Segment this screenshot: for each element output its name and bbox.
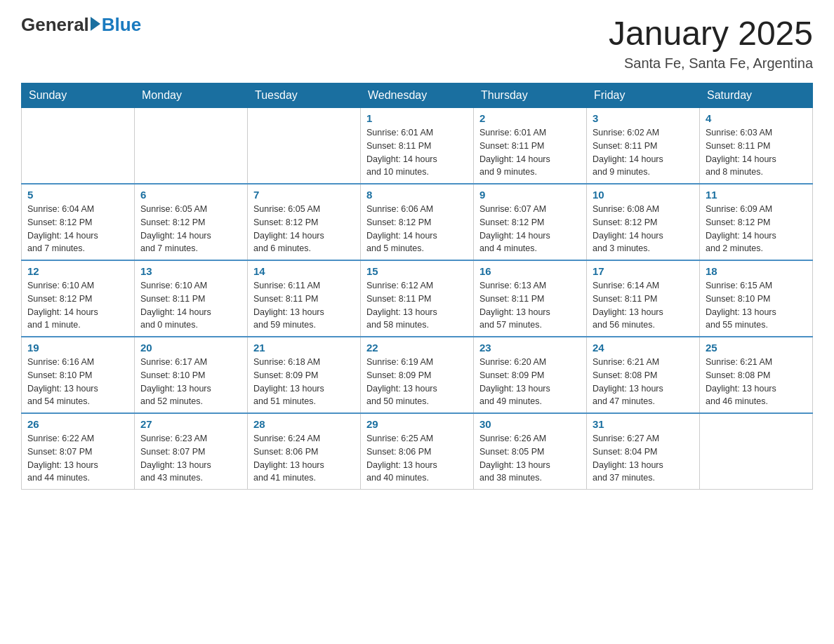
day-info: Sunrise: 6:22 AMSunset: 8:07 PMDaylight:… bbox=[27, 432, 128, 485]
calendar-cell: 28Sunrise: 6:24 AMSunset: 8:06 PMDayligh… bbox=[248, 413, 361, 490]
day-info: Sunrise: 6:10 AMSunset: 8:12 PMDaylight:… bbox=[27, 279, 128, 332]
calendar-cell: 30Sunrise: 6:26 AMSunset: 8:05 PMDayligh… bbox=[474, 413, 587, 490]
day-info: Sunrise: 6:14 AMSunset: 8:11 PMDaylight:… bbox=[593, 279, 694, 332]
calendar-cell: 6Sunrise: 6:05 AMSunset: 8:12 PMDaylight… bbox=[135, 184, 248, 260]
day-number: 16 bbox=[479, 265, 581, 277]
calendar-cell: 27Sunrise: 6:23 AMSunset: 8:07 PMDayligh… bbox=[135, 413, 248, 490]
calendar-cell: 21Sunrise: 6:18 AMSunset: 8:09 PMDayligh… bbox=[248, 337, 361, 413]
logo-blue-part: Blue bbox=[89, 14, 141, 36]
calendar-cell: 1Sunrise: 6:01 AMSunset: 8:11 PMDaylight… bbox=[361, 108, 474, 185]
day-info: Sunrise: 6:07 AMSunset: 8:12 PMDaylight:… bbox=[479, 203, 581, 255]
day-number: 2 bbox=[479, 112, 581, 124]
calendar-cell bbox=[700, 413, 813, 490]
calendar-cell: 7Sunrise: 6:05 AMSunset: 8:12 PMDaylight… bbox=[248, 184, 361, 260]
day-info: Sunrise: 6:12 AMSunset: 8:11 PMDaylight:… bbox=[366, 279, 468, 332]
day-info: Sunrise: 6:18 AMSunset: 8:09 PMDaylight:… bbox=[253, 356, 355, 408]
day-number: 23 bbox=[479, 342, 581, 354]
header-row: SundayMondayTuesdayWednesdayThursdayFrid… bbox=[22, 83, 813, 108]
calendar-cell: 17Sunrise: 6:14 AMSunset: 8:11 PMDayligh… bbox=[587, 260, 700, 337]
calendar-cell: 11Sunrise: 6:09 AMSunset: 8:12 PMDayligh… bbox=[700, 184, 813, 260]
day-info: Sunrise: 6:02 AMSunset: 8:11 PMDaylight:… bbox=[593, 126, 694, 179]
location-text: Santa Fe, Santa Fe, Argentina bbox=[609, 55, 813, 72]
day-number: 15 bbox=[366, 265, 468, 277]
calendar-cell bbox=[22, 108, 135, 185]
calendar-cell: 10Sunrise: 6:08 AMSunset: 8:12 PMDayligh… bbox=[587, 184, 700, 260]
day-number: 9 bbox=[479, 189, 581, 201]
week-row-2: 5Sunrise: 6:04 AMSunset: 8:12 PMDaylight… bbox=[22, 184, 813, 260]
week-row-5: 26Sunrise: 6:22 AMSunset: 8:07 PMDayligh… bbox=[22, 413, 813, 490]
day-info: Sunrise: 6:24 AMSunset: 8:06 PMDaylight:… bbox=[253, 432, 355, 485]
day-number: 24 bbox=[593, 342, 694, 354]
logo-blue-text: Blue bbox=[102, 14, 141, 36]
day-number: 26 bbox=[27, 418, 128, 430]
day-info: Sunrise: 6:01 AMSunset: 8:11 PMDaylight:… bbox=[366, 126, 468, 179]
day-info: Sunrise: 6:21 AMSunset: 8:08 PMDaylight:… bbox=[593, 356, 694, 408]
column-header-friday: Friday bbox=[587, 83, 700, 108]
day-number: 11 bbox=[706, 189, 807, 201]
calendar-cell: 2Sunrise: 6:01 AMSunset: 8:11 PMDaylight… bbox=[474, 108, 587, 185]
day-info: Sunrise: 6:04 AMSunset: 8:12 PMDaylight:… bbox=[27, 203, 128, 255]
column-header-tuesday: Tuesday bbox=[248, 83, 361, 108]
day-number: 17 bbox=[593, 265, 694, 277]
week-row-4: 19Sunrise: 6:16 AMSunset: 8:10 PMDayligh… bbox=[22, 337, 813, 413]
calendar-cell: 29Sunrise: 6:25 AMSunset: 8:06 PMDayligh… bbox=[361, 413, 474, 490]
calendar-cell: 3Sunrise: 6:02 AMSunset: 8:11 PMDaylight… bbox=[587, 108, 700, 185]
day-number: 27 bbox=[140, 418, 241, 430]
day-number: 31 bbox=[593, 418, 694, 430]
day-number: 19 bbox=[27, 342, 128, 354]
day-number: 25 bbox=[706, 342, 807, 354]
day-number: 21 bbox=[253, 342, 355, 354]
calendar-cell: 4Sunrise: 6:03 AMSunset: 8:11 PMDaylight… bbox=[700, 108, 813, 185]
calendar-cell: 5Sunrise: 6:04 AMSunset: 8:12 PMDaylight… bbox=[22, 184, 135, 260]
day-number: 4 bbox=[706, 112, 807, 124]
day-info: Sunrise: 6:05 AMSunset: 8:12 PMDaylight:… bbox=[140, 203, 241, 255]
calendar-cell: 9Sunrise: 6:07 AMSunset: 8:12 PMDaylight… bbox=[474, 184, 587, 260]
logo-general-text: General bbox=[21, 14, 89, 36]
month-title: January 2025 bbox=[609, 14, 813, 53]
day-info: Sunrise: 6:21 AMSunset: 8:08 PMDaylight:… bbox=[706, 356, 807, 408]
day-number: 29 bbox=[366, 418, 468, 430]
day-number: 5 bbox=[27, 189, 128, 201]
week-row-1: 1Sunrise: 6:01 AMSunset: 8:11 PMDaylight… bbox=[22, 108, 813, 185]
day-number: 30 bbox=[479, 418, 581, 430]
day-info: Sunrise: 6:15 AMSunset: 8:10 PMDaylight:… bbox=[706, 279, 807, 332]
day-number: 8 bbox=[366, 189, 468, 201]
day-info: Sunrise: 6:19 AMSunset: 8:09 PMDaylight:… bbox=[366, 356, 468, 408]
calendar-cell: 15Sunrise: 6:12 AMSunset: 8:11 PMDayligh… bbox=[361, 260, 474, 337]
day-info: Sunrise: 6:13 AMSunset: 8:11 PMDaylight:… bbox=[479, 279, 581, 332]
day-info: Sunrise: 6:26 AMSunset: 8:05 PMDaylight:… bbox=[479, 432, 581, 485]
calendar-cell: 22Sunrise: 6:19 AMSunset: 8:09 PMDayligh… bbox=[361, 337, 474, 413]
calendar-cell: 31Sunrise: 6:27 AMSunset: 8:04 PMDayligh… bbox=[587, 413, 700, 490]
day-info: Sunrise: 6:17 AMSunset: 8:10 PMDaylight:… bbox=[140, 356, 241, 408]
day-info: Sunrise: 6:27 AMSunset: 8:04 PMDaylight:… bbox=[593, 432, 694, 485]
column-header-sunday: Sunday bbox=[22, 83, 135, 108]
calendar-cell: 24Sunrise: 6:21 AMSunset: 8:08 PMDayligh… bbox=[587, 337, 700, 413]
day-info: Sunrise: 6:03 AMSunset: 8:11 PMDaylight:… bbox=[706, 126, 807, 179]
logo-arrow-icon bbox=[91, 17, 100, 31]
day-info: Sunrise: 6:01 AMSunset: 8:11 PMDaylight:… bbox=[479, 126, 581, 179]
day-info: Sunrise: 6:16 AMSunset: 8:10 PMDaylight:… bbox=[27, 356, 128, 408]
day-number: 12 bbox=[27, 265, 128, 277]
calendar-cell: 13Sunrise: 6:10 AMSunset: 8:11 PMDayligh… bbox=[135, 260, 248, 337]
calendar-cell: 19Sunrise: 6:16 AMSunset: 8:10 PMDayligh… bbox=[22, 337, 135, 413]
title-block: January 2025 Santa Fe, Santa Fe, Argenti… bbox=[609, 14, 813, 72]
day-info: Sunrise: 6:11 AMSunset: 8:11 PMDaylight:… bbox=[253, 279, 355, 332]
column-header-saturday: Saturday bbox=[700, 83, 813, 108]
calendar-cell: 23Sunrise: 6:20 AMSunset: 8:09 PMDayligh… bbox=[474, 337, 587, 413]
day-number: 18 bbox=[706, 265, 807, 277]
week-row-3: 12Sunrise: 6:10 AMSunset: 8:12 PMDayligh… bbox=[22, 260, 813, 337]
column-header-monday: Monday bbox=[135, 83, 248, 108]
calendar-cell: 8Sunrise: 6:06 AMSunset: 8:12 PMDaylight… bbox=[361, 184, 474, 260]
day-number: 3 bbox=[593, 112, 694, 124]
column-header-thursday: Thursday bbox=[474, 83, 587, 108]
page-header: General Blue January 2025 Santa Fe, Sant… bbox=[21, 14, 813, 72]
calendar-cell: 14Sunrise: 6:11 AMSunset: 8:11 PMDayligh… bbox=[248, 260, 361, 337]
day-info: Sunrise: 6:06 AMSunset: 8:12 PMDaylight:… bbox=[366, 203, 468, 255]
day-info: Sunrise: 6:05 AMSunset: 8:12 PMDaylight:… bbox=[253, 203, 355, 255]
day-number: 1 bbox=[366, 112, 468, 124]
day-info: Sunrise: 6:25 AMSunset: 8:06 PMDaylight:… bbox=[366, 432, 468, 485]
day-number: 22 bbox=[366, 342, 468, 354]
day-number: 20 bbox=[140, 342, 241, 354]
day-number: 28 bbox=[253, 418, 355, 430]
calendar-cell: 18Sunrise: 6:15 AMSunset: 8:10 PMDayligh… bbox=[700, 260, 813, 337]
